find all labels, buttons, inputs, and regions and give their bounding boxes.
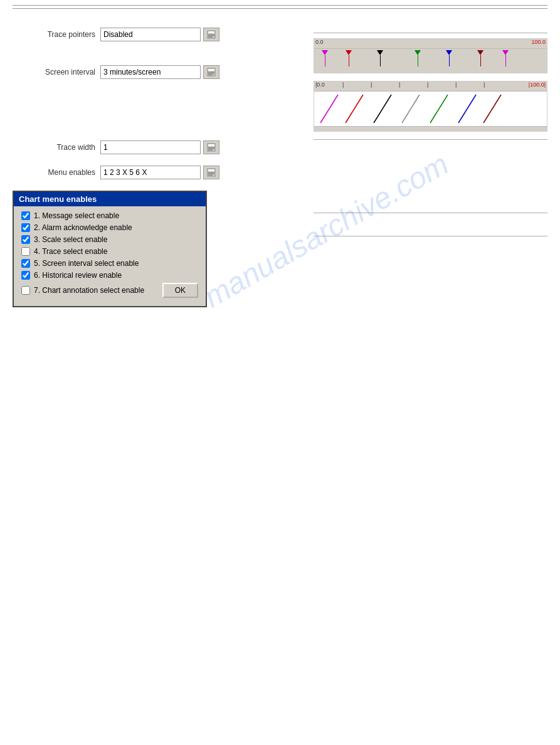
- top-divider-2: [13, 8, 547, 9]
- pointer-black: [377, 50, 383, 66]
- dialog-item-1: 1. Message select enable: [21, 211, 198, 220]
- chart-menu-dialog: Chart menu enables 1. Message select ena…: [13, 191, 207, 307]
- trace-width-label: Trace width: [13, 143, 100, 152]
- checkbox-2[interactable]: [21, 223, 30, 232]
- right-panel: 0.0 100.0: [301, 28, 547, 307]
- menu-enables-label: Menu enables: [13, 168, 100, 177]
- right-divider-mid: [314, 139, 547, 140]
- dialog-item-2-label: 2. Alarm acknowledge enable: [34, 223, 132, 232]
- trace-lines-area: [314, 92, 547, 126]
- trace-width-row: Trace width: [13, 140, 301, 154]
- dialog-item-4-label: 4. Trace select enable: [34, 247, 107, 256]
- menu-enables-edit-btn[interactable]: [203, 166, 219, 179]
- checkbox-3[interactable]: [21, 235, 30, 244]
- trace-pointers-edit-btn[interactable]: [203, 28, 219, 41]
- svg-rect-11: [208, 144, 214, 146]
- checkbox-7[interactable]: [21, 286, 30, 295]
- pointer-green: [415, 50, 421, 66]
- svg-rect-6: [208, 69, 214, 71]
- scale-max-top: 100.0: [531, 39, 546, 45]
- dialog-item-2: 2. Alarm acknowledge enable: [21, 223, 198, 232]
- svg-line-21: [346, 95, 363, 123]
- svg-line-23: [402, 95, 420, 123]
- edit-icon-3: [206, 142, 216, 152]
- trace-pointers-label: Trace pointers: [13, 30, 100, 39]
- edit-icon-2: [206, 67, 216, 77]
- svg-line-25: [458, 95, 476, 123]
- dialog-title: Chart menu enables: [14, 192, 206, 206]
- screen-interval-row: Screen interval: [13, 65, 301, 79]
- screen-interval-label: Screen interval: [13, 68, 100, 77]
- pointer-blue: [446, 50, 452, 66]
- trace-pointers-row: Trace pointers: [13, 28, 301, 41]
- dialog-item-3: 3. Scale select enable: [21, 235, 198, 244]
- svg-rect-1: [208, 31, 214, 33]
- svg-line-22: [374, 95, 391, 123]
- checkbox-1[interactable]: [21, 211, 30, 220]
- pointer-darkred: [477, 50, 483, 66]
- checkbox-4[interactable]: [21, 247, 30, 256]
- ok-button[interactable]: OK: [162, 283, 198, 298]
- svg-rect-16: [208, 169, 214, 171]
- menu-enables-input[interactable]: [100, 166, 201, 179]
- scale-min-bottom: |0.0: [315, 82, 325, 88]
- right-divider-bot1: [314, 213, 547, 213]
- scale-max-bottom: |100.0|: [529, 82, 546, 88]
- left-panel: Trace pointers Screen interval: [13, 28, 301, 307]
- checkbox-6[interactable]: [21, 271, 30, 280]
- dialog-item-3-label: 3. Scale select enable: [34, 235, 107, 244]
- edit-icon: [206, 29, 216, 40]
- trace-width-input[interactable]: [100, 140, 201, 154]
- trace-pointers-input[interactable]: [100, 28, 201, 41]
- screen-interval-edit-btn[interactable]: [203, 65, 219, 79]
- edit-icon-4: [206, 167, 216, 177]
- pointer-magenta2: [502, 50, 509, 66]
- screen-interval-input[interactable]: [100, 65, 201, 79]
- dialog-item-7-label: 7. Chart annotation select enable: [34, 286, 144, 295]
- svg-line-24: [430, 95, 448, 123]
- dialog-item-6: 6. Historical review enable: [21, 271, 198, 280]
- chart-pointer-section: 0.0 100.0: [314, 38, 547, 132]
- svg-line-20: [320, 95, 338, 123]
- dialog-item-1-label: 1. Message select enable: [34, 211, 119, 220]
- dialog-item-5: 5. Screen interval select enable: [21, 259, 198, 268]
- scale-min-top: 0.0: [315, 39, 324, 45]
- top-divider-1: [13, 5, 547, 6]
- dialog-item-7: 7. Chart annotation select enable OK: [21, 283, 198, 298]
- pointer-red: [346, 50, 352, 66]
- dialog-item-6-label: 6. Historical review enable: [34, 271, 122, 280]
- menu-enables-row: Menu enables: [13, 166, 301, 179]
- trace-width-edit-btn[interactable]: [203, 140, 219, 154]
- chart-bottom-display: |0.0 | | | | | | |100.0|: [314, 81, 547, 132]
- dialog-body: 1. Message select enable 2. Alarm acknow…: [14, 206, 206, 306]
- chart-pointers-area: [314, 49, 547, 73]
- right-divider-bot2: [314, 236, 547, 236]
- dialog-item-5-label: 5. Screen interval select enable: [34, 259, 139, 268]
- chart-bottom-bar: [314, 126, 547, 131]
- pointer-magenta: [322, 50, 328, 66]
- chart-top-display: 0.0 100.0: [314, 38, 547, 73]
- dialog-item-4: 4. Trace select enable: [21, 247, 198, 256]
- checkbox-5[interactable]: [21, 259, 30, 268]
- right-divider-top: [314, 33, 547, 33]
- svg-line-26: [483, 95, 501, 123]
- trace-svg: [314, 92, 527, 126]
